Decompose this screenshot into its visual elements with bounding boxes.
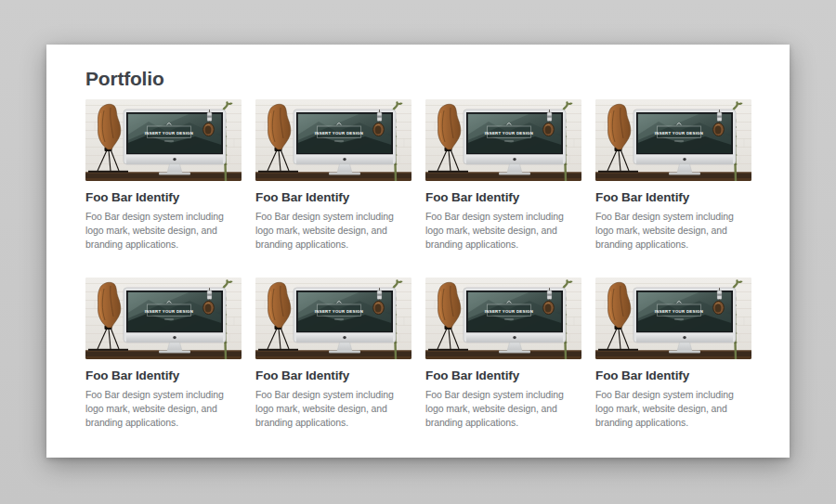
portfolio-card[interactable]: Foo Bar Identify Foo Bar design system i… [255,99,411,252]
card-description: Foo Bar design system including logo mar… [425,210,581,252]
portfolio-card[interactable]: Foo Bar Identify Foo Bar design system i… [425,278,581,430]
imac-mockup-thumbnail[interactable] [255,278,411,359]
card-description: Foo Bar design system including logo mar… [85,210,242,252]
imac-mockup-illustration [595,278,751,359]
imac-mockup-thumbnail[interactable] [595,278,751,359]
card-title: Foo Bar Identify [85,189,242,205]
portfolio-grid: Foo Bar Identify Foo Bar design system i… [85,99,751,430]
imac-mockup-thumbnail[interactable] [255,99,411,181]
page-title: Portfolio [85,67,751,91]
card-description: Foo Bar design system including logo mar… [255,210,411,252]
card-title: Foo Bar Identify [425,189,581,205]
portfolio-card[interactable]: Foo Bar Identify Foo Bar design system i… [255,278,411,430]
imac-mockup-illustration [85,99,242,181]
imac-mockup-thumbnail[interactable] [425,278,581,359]
imac-mockup-illustration [595,99,751,181]
imac-mockup-illustration [425,278,581,359]
imac-mockup-thumbnail[interactable] [85,99,242,181]
imac-mockup-thumbnail[interactable] [425,99,581,181]
card-description: Foo Bar design system including logo mar… [595,388,751,430]
card-title: Foo Bar Identify [255,189,411,205]
portfolio-card[interactable]: Foo Bar Identify Foo Bar design system i… [425,99,581,252]
card-description: Foo Bar design system including logo mar… [425,388,581,430]
portfolio-page: Portfolio Foo Bar Identify Foo Bar desig… [46,45,790,458]
portfolio-card[interactable]: Foo Bar Identify Foo Bar design system i… [85,278,242,430]
card-description: Foo Bar design system including logo mar… [595,210,751,252]
card-title: Foo Bar Identify [85,368,242,383]
imac-mockup-illustration [85,278,242,359]
desktop-background: Portfolio Foo Bar Identify Foo Bar desig… [0,0,836,504]
portfolio-card[interactable]: Foo Bar Identify Foo Bar design system i… [595,99,751,252]
card-title: Foo Bar Identify [255,368,411,383]
card-title: Foo Bar Identify [595,189,751,205]
portfolio-card[interactable]: Foo Bar Identify Foo Bar design system i… [595,278,751,430]
card-description: Foo Bar design system including logo mar… [255,388,411,430]
imac-mockup-illustration [425,99,581,181]
imac-mockup-thumbnail[interactable] [85,278,242,359]
card-title: Foo Bar Identify [425,368,581,383]
imac-mockup-illustration [255,278,411,359]
imac-mockup-thumbnail[interactable] [595,99,751,181]
portfolio-card[interactable]: Foo Bar Identify Foo Bar design system i… [85,99,242,252]
card-description: Foo Bar design system including logo mar… [85,388,242,430]
card-title: Foo Bar Identify [595,368,751,383]
imac-mockup-illustration [255,99,411,181]
